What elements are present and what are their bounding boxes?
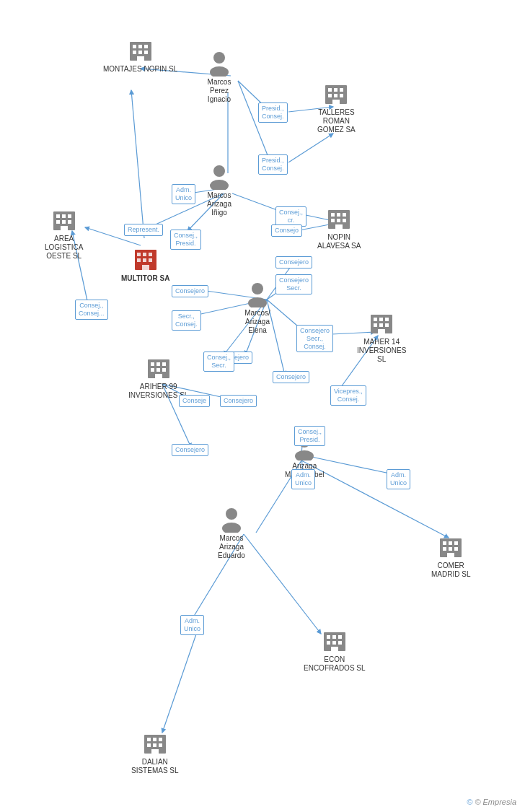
- svg-rect-111: [159, 738, 162, 741]
- node-dalian[interactable]: DALIANSISTEMAS SL: [131, 729, 179, 775]
- svg-rect-79: [385, 318, 389, 321]
- node-maher14[interactable]: MAHER 14INVERSIONESSL: [357, 309, 406, 364]
- svg-rect-62: [62, 214, 66, 218]
- role-consej-consej[interactable]: Consej.,Consej...: [75, 300, 108, 320]
- svg-rect-39: [144, 45, 148, 48]
- svg-rect-45: [328, 88, 332, 92]
- role-presid-consej-2[interactable]: Presid.,Consej.: [258, 154, 288, 175]
- marcos-elena-label: Marcos/ArizagaElena: [244, 309, 270, 335]
- svg-rect-98: [454, 547, 458, 551]
- node-talleres[interactable]: TALLERESROMANGOMEZ SA: [317, 79, 356, 134]
- building-icon: [141, 729, 169, 756]
- svg-rect-113: [153, 743, 156, 747]
- svg-rect-107: [331, 647, 338, 651]
- svg-rect-95: [454, 541, 458, 545]
- role-consejero-4[interactable]: Consejero: [220, 395, 257, 407]
- svg-rect-71: [149, 253, 152, 256]
- svg-rect-46: [334, 88, 338, 92]
- marcos-ignacio-label: MarcosPerezIgnacio: [208, 78, 231, 104]
- role-adm-unico-1[interactable]: Adm.Unico: [172, 184, 195, 204]
- svg-rect-49: [334, 94, 338, 97]
- svg-point-120: [252, 283, 263, 294]
- svg-point-125: [222, 523, 241, 533]
- svg-rect-112: [147, 743, 151, 747]
- node-montajes[interactable]: MONTAJES NOPIN SL: [103, 36, 177, 74]
- building-icon: [50, 206, 78, 233]
- person-icon: [206, 162, 233, 190]
- svg-rect-106: [338, 641, 342, 645]
- person-icon: [244, 280, 271, 307]
- role-consejero-3[interactable]: Consejero: [273, 371, 309, 383]
- building-icon: [145, 354, 172, 381]
- svg-point-116: [213, 52, 225, 64]
- role-consej-cr[interactable]: Consej.,cr.: [275, 206, 306, 227]
- svg-rect-105: [332, 641, 336, 645]
- svg-rect-102: [332, 635, 336, 639]
- node-multitor[interactable]: MULTITOR SA: [121, 245, 169, 283]
- svg-rect-89: [156, 368, 160, 372]
- svg-rect-55: [343, 213, 346, 217]
- role-represent[interactable]: Represent.: [124, 224, 163, 236]
- svg-rect-115: [151, 749, 159, 754]
- svg-rect-96: [443, 547, 446, 551]
- svg-rect-80: [374, 323, 377, 327]
- svg-rect-83: [378, 329, 385, 333]
- area-logistica-label: AREALOGISTICAOESTE SL: [45, 235, 83, 261]
- building-icon: [325, 204, 353, 232]
- role-presid-consej-1[interactable]: Presid.,Consej.: [258, 102, 288, 123]
- svg-rect-63: [68, 214, 71, 218]
- svg-rect-86: [156, 362, 160, 366]
- node-nopin-alavesa[interactable]: NOPINALAVESA SA: [317, 204, 361, 250]
- watermark: © © Empresia: [467, 798, 516, 806]
- svg-rect-90: [162, 368, 166, 372]
- svg-point-124: [226, 508, 237, 520]
- node-area-logistica[interactable]: AREALOGISTICAOESTE SL: [45, 206, 83, 261]
- svg-point-123: [295, 450, 314, 460]
- role-adm-unico-3[interactable]: Adm.Unico: [387, 469, 410, 489]
- copyright-symbol: ©: [467, 798, 472, 806]
- node-econ[interactable]: ECONENCOFRADOS SL: [304, 627, 366, 673]
- building-icon: [437, 533, 464, 560]
- role-consejero-secr[interactable]: ConsejeroSecr.: [275, 274, 312, 294]
- role-consejero-1[interactable]: Consejero: [275, 256, 312, 269]
- svg-rect-94: [449, 541, 452, 545]
- role-adm-unico-4[interactable]: Adm.Unico: [180, 615, 204, 635]
- svg-rect-50: [340, 94, 343, 97]
- node-marcos-elena[interactable]: Marcos/ArizagaElena: [244, 280, 271, 335]
- marcos-eduardo-label: MarcosArizagaEduardo: [218, 534, 245, 560]
- role-conseje[interactable]: Conseje: [179, 395, 210, 407]
- person-icon: [218, 505, 245, 533]
- role-secr-consej[interactable]: Secr.,Consej.: [172, 310, 201, 331]
- comer-madrid-label: COMERMADRID SL: [431, 562, 470, 579]
- node-marcos-ignacio[interactable]: MarcosPerezIgnacio: [206, 49, 233, 104]
- role-consej-presid-1[interactable]: Consej.,Presid.: [170, 230, 201, 250]
- svg-rect-93: [443, 541, 446, 545]
- svg-rect-66: [68, 220, 71, 224]
- role-adm-unico-2[interactable]: Adm.Unico: [291, 469, 315, 489]
- role-consej-secr[interactable]: Consej.,Secr.: [203, 352, 234, 372]
- svg-rect-53: [331, 213, 335, 217]
- maher14-label: MAHER 14INVERSIONESSL: [357, 338, 406, 364]
- role-consej-presid-2[interactable]: Consej.,Presid.: [294, 426, 325, 446]
- nopin-alavesa-label: NOPINALAVESA SA: [317, 233, 361, 250]
- dalian-label: DALIANSISTEMAS SL: [131, 758, 179, 775]
- role-consejero-2[interactable]: Consejero: [172, 285, 208, 297]
- svg-rect-88: [151, 368, 154, 372]
- role-consejo[interactable]: Consejo: [271, 224, 302, 237]
- node-comer-madrid[interactable]: COMERMADRID SL: [431, 533, 470, 579]
- svg-rect-70: [143, 253, 146, 256]
- node-marcos-inigo[interactable]: MarcosArizagaIñigo: [206, 162, 233, 217]
- multitor-building-icon: [132, 245, 159, 273]
- talleres-label: TALLERESROMANGOMEZ SA: [317, 108, 356, 134]
- role-vicepres-consej[interactable]: Vicepres.,Consej.: [330, 385, 366, 406]
- node-marcos-eduardo[interactable]: MarcosArizagaEduardo: [218, 505, 245, 560]
- svg-line-29: [244, 534, 321, 634]
- role-consejero-5[interactable]: Consejero: [172, 444, 208, 456]
- svg-rect-91: [155, 374, 162, 378]
- svg-rect-65: [62, 220, 66, 224]
- svg-rect-75: [142, 265, 149, 270]
- node-ariher99[interactable]: ARIHER 99INVERSIONES SL: [128, 354, 188, 400]
- svg-rect-43: [137, 56, 144, 61]
- svg-rect-101: [327, 635, 330, 639]
- role-consejero-secr-consej[interactable]: ConsejeroSecr.,Consej.: [296, 325, 333, 352]
